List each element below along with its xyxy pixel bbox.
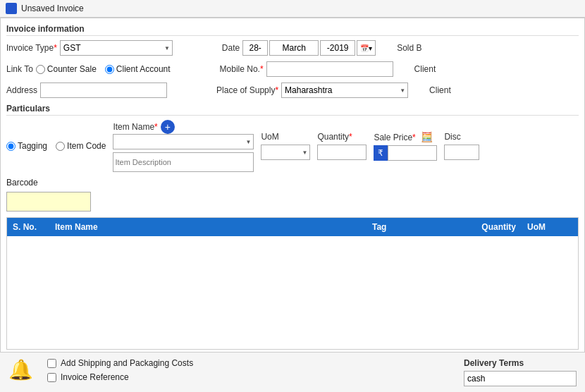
tagging-radio-label[interactable]: Tagging (6, 141, 47, 151)
title: Unsaved Invoice (21, 4, 84, 13)
quantity-label: Quantity* (317, 132, 352, 142)
rupee-button[interactable]: ₹ (374, 145, 388, 161)
address-label: Address (6, 85, 37, 95)
mobile-input[interactable] (266, 61, 393, 77)
barcode-input[interactable] (6, 192, 91, 212)
date-month-input[interactable] (269, 40, 319, 56)
item-code-radio[interactable] (56, 142, 65, 151)
date-day-input[interactable] (242, 40, 268, 56)
table-header: S. No. Item Name Tag Quantity UoM (7, 218, 578, 236)
col-tag-header: Tag (367, 221, 451, 233)
client-label-1: Client (414, 64, 436, 74)
items-table: S. No. Item Name Tag Quantity UoM (6, 217, 579, 350)
date-label: Date (222, 43, 240, 53)
mobile-label: Mobile No.* (220, 64, 264, 74)
counter-sale-label: Counter Sale (47, 64, 97, 74)
col-uom-header: UoM (522, 221, 578, 233)
disc-label: Disc (444, 132, 460, 142)
uom-label: UoM (261, 132, 278, 142)
item-name-label: Item Name* (113, 122, 157, 132)
table-body (7, 236, 578, 349)
item-code-label: Item Code (67, 141, 106, 151)
sold-label: Sold B (397, 43, 421, 53)
item-name-select[interactable] (113, 134, 254, 149)
particulars-section: Particulars Tagging Item Code Item Name* (6, 104, 579, 350)
place-of-supply-label: Place of Supply* (216, 85, 278, 95)
invoice-info-label: Invoice information (6, 24, 579, 36)
disc-input[interactable] (444, 145, 479, 160)
tagging-label: Tagging (18, 141, 47, 151)
date-picker-button[interactable]: 📅▾ (357, 40, 376, 56)
sale-price-input[interactable] (388, 145, 437, 161)
main-container: Invoice information Invoice Type* GST Da… (0, 18, 585, 356)
barcode-label: Barcode (6, 178, 38, 188)
client-label-2: Client (429, 85, 451, 95)
date-group: 📅▾ (242, 40, 376, 56)
bottom-bar: 🔔 Add Shipping and Packaging Costs Invoi… (0, 352, 585, 356)
particulars-label: Particulars (6, 104, 579, 116)
item-code-radio-label[interactable]: Item Code (56, 141, 106, 151)
address-input[interactable] (40, 82, 167, 98)
app-icon (6, 3, 17, 14)
quantity-input[interactable] (317, 145, 367, 160)
invoice-info-section: Invoice information Invoice Type* GST Da… (6, 24, 579, 98)
title-bar: Unsaved Invoice (0, 0, 585, 18)
uom-select[interactable] (261, 145, 310, 160)
link-to-label: Link To (6, 64, 33, 74)
item-description-input[interactable] (113, 152, 254, 172)
tagging-radio[interactable] (6, 142, 16, 151)
col-qty-header: Quantity (451, 221, 522, 233)
sale-price-label: Sale Price* 🧮 (374, 131, 433, 142)
add-item-button[interactable]: + (161, 120, 175, 134)
client-account-label: Client Account (116, 64, 171, 74)
col-sno-header: S. No. (7, 221, 49, 233)
col-itemname-header: Item Name (49, 221, 367, 233)
counter-sale-radio[interactable] (36, 65, 45, 74)
calculator-icon[interactable]: 🧮 (421, 131, 433, 142)
counter-sale-radio-label[interactable]: Counter Sale (36, 64, 97, 74)
client-account-radio[interactable] (105, 65, 114, 74)
date-year-input[interactable] (320, 40, 355, 56)
place-of-supply-select[interactable]: Maharashtra (281, 82, 408, 98)
invoice-type-label: Invoice Type* (6, 43, 57, 53)
client-account-radio-label[interactable]: Client Account (105, 64, 171, 74)
invoice-type-select[interactable]: GST (60, 40, 173, 56)
